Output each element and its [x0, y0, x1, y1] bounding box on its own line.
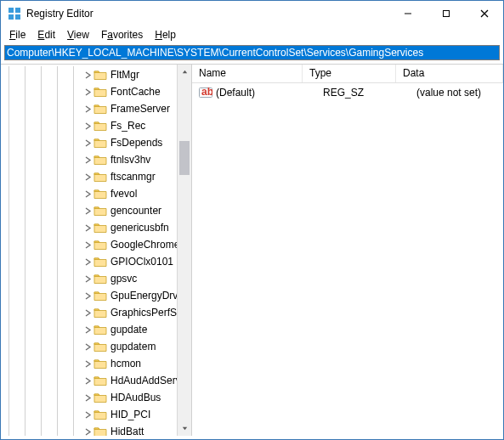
menu-help[interactable]: Help [150, 28, 181, 42]
tree-item-label: FontCache [110, 86, 161, 98]
expander-icon[interactable] [82, 137, 93, 149]
expander-icon[interactable] [82, 256, 93, 268]
tree-item[interactable]: gupdate [1, 321, 177, 338]
tree-item[interactable]: ftnlsv3hv [1, 151, 177, 168]
tree-item[interactable]: FrameServer [1, 100, 177, 117]
folder-icon [93, 273, 107, 285]
tree-scroll[interactable]: FltMgrFontCacheFrameServerFs_RecFsDepend… [1, 65, 177, 436]
column-header-data[interactable]: Data [396, 65, 503, 82]
tree-item[interactable]: GoogleChromeEl [1, 236, 177, 253]
tree-item[interactable]: gpsvc [1, 270, 177, 287]
column-header-type[interactable]: Type [303, 65, 396, 82]
expander-icon[interactable] [82, 307, 93, 319]
window-controls [388, 1, 503, 26]
expander-icon[interactable] [82, 324, 93, 336]
tree-item[interactable]: FltMgr [1, 66, 177, 83]
folder-icon [93, 137, 107, 149]
expander-icon[interactable] [82, 103, 93, 115]
folder-icon [93, 290, 107, 302]
expander-icon[interactable] [82, 341, 93, 353]
column-header-name[interactable]: Name [192, 65, 303, 82]
minimize-button[interactable] [388, 1, 427, 26]
tree-item-label: HID_PCI [110, 409, 150, 420]
tree-item-label: HdAudAddServic [110, 375, 177, 386]
folder-icon [93, 120, 107, 132]
address-bar [4, 45, 500, 60]
titlebar[interactable]: Registry Editor [1, 1, 503, 26]
tree-item-label: gupdatem [110, 341, 156, 353]
expander-icon[interactable] [82, 188, 93, 200]
tree-item[interactable]: HID_PCI [1, 406, 177, 423]
folder-icon [93, 409, 107, 420]
scroll-thumb[interactable] [179, 141, 190, 175]
expander-icon[interactable] [82, 171, 93, 183]
tree-item-label: genericusbfn [110, 222, 169, 234]
expander-icon[interactable] [82, 222, 93, 234]
list-body[interactable]: ab (Default) REG_SZ (value not set) [192, 83, 503, 436]
expander-icon[interactable] [82, 86, 93, 98]
tree-item-label: Fs_Rec [110, 120, 145, 132]
expander-icon[interactable] [82, 409, 93, 420]
tree-item[interactable]: FontCache [1, 83, 177, 100]
tree-item[interactable]: Fs_Rec [1, 117, 177, 134]
menu-edit[interactable]: Edit [32, 28, 60, 42]
value-type: REG_SZ [316, 87, 410, 99]
scroll-up-button[interactable] [178, 65, 191, 79]
window-title: Registry Editor [26, 8, 388, 20]
tree-item[interactable]: ftscanmgr [1, 168, 177, 185]
folder-icon [93, 188, 107, 200]
expander-icon[interactable] [82, 392, 93, 403]
tree-item-label: hcmon [110, 358, 141, 369]
tree-item-label: FltMgr [110, 69, 139, 81]
expander-icon[interactable] [82, 205, 93, 217]
tree-item[interactable]: GPIOClx0101 [1, 253, 177, 270]
menu-favorites[interactable]: Favorites [96, 28, 148, 42]
expander-icon[interactable] [82, 69, 93, 81]
scroll-track[interactable] [178, 79, 191, 421]
folder-icon [93, 307, 107, 319]
menu-file[interactable]: File [4, 28, 31, 42]
tree-item-label: GpuEnergyDrv [110, 290, 177, 302]
tree-item[interactable]: FsDepends [1, 134, 177, 151]
close-button[interactable] [465, 1, 503, 26]
expander-icon[interactable] [82, 273, 93, 285]
tree-item[interactable]: HidBatt [1, 423, 177, 436]
tree-scrollbar[interactable] [177, 65, 191, 436]
content-area: FltMgrFontCacheFrameServerFs_RecFsDepend… [1, 64, 503, 436]
tree-item-label: gpsvc [110, 273, 137, 285]
tree-item[interactable]: hcmon [1, 355, 177, 372]
folder-icon [93, 426, 107, 436]
tree-item[interactable]: HdAudAddServic [1, 372, 177, 389]
folder-icon [93, 86, 107, 98]
list-header: Name Type Data [192, 65, 503, 83]
svg-rect-0 [8, 8, 14, 13]
tree-item[interactable]: genericusbfn [1, 219, 177, 236]
tree-item[interactable]: GpuEnergyDrv [1, 287, 177, 304]
expander-icon[interactable] [82, 375, 93, 386]
tree-item[interactable]: fvevol [1, 185, 177, 202]
maximize-button[interactable] [427, 1, 465, 26]
svg-rect-5 [443, 11, 449, 17]
expander-icon[interactable] [82, 290, 93, 302]
tree-item[interactable]: HDAudBus [1, 389, 177, 406]
expander-icon[interactable] [82, 120, 93, 132]
folder-icon [93, 375, 107, 386]
tree-item-label: HidBatt [110, 426, 144, 436]
tree-item[interactable]: gupdatem [1, 338, 177, 355]
tree-item[interactable]: gencounter [1, 202, 177, 219]
address-input[interactable] [5, 46, 499, 59]
folder-icon [93, 69, 107, 81]
menu-view[interactable]: View [62, 28, 94, 42]
folder-icon [93, 154, 107, 166]
tree-item-label: ftscanmgr [110, 171, 156, 183]
expander-icon[interactable] [82, 154, 93, 166]
tree-item[interactable]: GraphicsPerfSvc [1, 304, 177, 321]
list-row[interactable]: ab (Default) REG_SZ (value not set) [192, 85, 503, 100]
expander-icon[interactable] [82, 358, 93, 369]
scroll-down-button[interactable] [178, 421, 191, 436]
folder-icon [93, 239, 107, 251]
expander-icon[interactable] [82, 426, 93, 436]
string-value-icon: ab [199, 87, 212, 99]
folder-icon [93, 103, 107, 115]
expander-icon[interactable] [82, 239, 93, 251]
